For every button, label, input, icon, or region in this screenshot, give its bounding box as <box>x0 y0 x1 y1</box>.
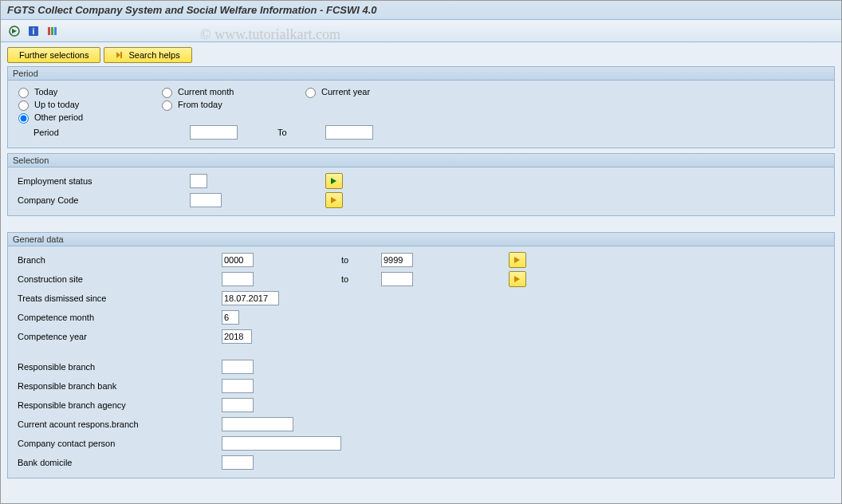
current-account-input[interactable] <box>222 417 293 431</box>
construction-site-label: Construction site <box>14 274 222 284</box>
svg-rect-3 <box>48 27 50 35</box>
execute-icon[interactable] <box>7 24 22 38</box>
construction-site-to-input[interactable] <box>381 272 413 286</box>
period-label: Period <box>14 128 190 137</box>
employment-status-input[interactable] <box>190 174 207 188</box>
company-contact-label: Company contact person <box>14 439 222 448</box>
period-group-title: Period <box>8 67 834 81</box>
radio-current-year-label: Current year <box>321 87 370 96</box>
top-button-row: Further selections Search helps <box>7 47 835 63</box>
radio-today[interactable] <box>18 88 29 98</box>
svg-rect-5 <box>54 27 57 35</box>
general-data-group: General data Branch to Construction site… <box>7 232 835 478</box>
branch-to-input[interactable] <box>381 253 413 267</box>
company-contact-input[interactable] <box>222 436 341 451</box>
treats-dismissed-label: Treats dismissed since <box>14 293 222 303</box>
further-selections-button[interactable]: Further selections <box>7 47 100 63</box>
radio-other-period-label: Other period <box>34 112 83 122</box>
responsible-branch-input[interactable] <box>222 360 254 374</box>
construction-site-to-label: to <box>341 274 348 284</box>
competence-year-label: Competence year <box>14 332 222 341</box>
window-title: FGTS Collect Company System and Social W… <box>1 1 841 20</box>
search-helps-button[interactable]: Search helps <box>104 47 191 63</box>
arrow-right-icon <box>330 196 338 204</box>
period-group: Period Today Up to today Other period Cu… <box>7 66 835 148</box>
branch-to-label: to <box>341 255 348 265</box>
radio-current-year[interactable] <box>305 88 316 98</box>
further-selections-label: Further selections <box>19 50 89 60</box>
app-toolbar: i <box>1 20 841 42</box>
construction-site-multisel-button[interactable] <box>509 271 526 287</box>
search-helps-label: Search helps <box>128 50 179 60</box>
svg-rect-4 <box>51 27 53 35</box>
responsible-branch-agency-label: Responsible branch agency <box>14 400 222 410</box>
current-account-label: Current acount respons.branch <box>14 419 222 429</box>
arrow-right-icon <box>513 256 521 264</box>
info-icon[interactable]: i <box>26 24 41 38</box>
svg-text:i: i <box>33 27 35 36</box>
radio-up-to-today[interactable] <box>18 100 29 111</box>
construction-site-from-input[interactable] <box>222 272 254 286</box>
period-from-input[interactable] <box>190 125 238 140</box>
branch-from-input[interactable] <box>222 253 254 267</box>
responsible-branch-agency-input[interactable] <box>222 398 254 412</box>
content-area: Further selections Search helps Period T… <box>1 42 841 504</box>
competence-month-input[interactable] <box>222 310 239 325</box>
period-to-input[interactable] <box>325 125 373 140</box>
variant-icon[interactable] <box>45 24 60 38</box>
radio-up-to-today-label: Up to today <box>34 100 79 109</box>
bank-domicile-label: Bank domicile <box>14 458 222 467</box>
selection-group: Selection Employment status Company Code <box>7 153 835 216</box>
responsible-branch-label: Responsible branch <box>14 362 222 372</box>
svg-rect-6 <box>120 52 122 58</box>
radio-current-month[interactable] <box>162 88 172 98</box>
competence-year-input[interactable] <box>222 329 252 344</box>
company-code-multisel-button[interactable] <box>325 192 343 208</box>
branch-label: Branch <box>14 255 222 265</box>
company-code-input[interactable] <box>190 193 222 207</box>
responsible-branch-bank-input[interactable] <box>222 379 254 393</box>
company-code-label: Company Code <box>14 195 190 205</box>
radio-from-today[interactable] <box>162 100 172 111</box>
radio-current-month-label: Current month <box>178 87 234 96</box>
general-data-group-title: General data <box>8 233 834 246</box>
radio-today-label: Today <box>34 87 57 96</box>
period-to-label: To <box>277 128 287 137</box>
selection-group-title: Selection <box>8 154 834 167</box>
employment-status-multisel-button[interactable] <box>325 173 343 189</box>
bank-domicile-input[interactable] <box>222 455 254 470</box>
branch-multisel-button[interactable] <box>509 252 526 268</box>
treats-dismissed-input[interactable] <box>222 291 279 305</box>
radio-from-today-label: From today <box>178 100 222 109</box>
arrow-right-icon <box>513 275 521 283</box>
competence-month-label: Competence month <box>14 313 222 322</box>
radio-other-period[interactable] <box>18 113 29 124</box>
employment-status-label: Employment status <box>14 176 190 186</box>
arrow-right-icon <box>116 51 124 59</box>
arrow-right-green-icon <box>330 177 338 185</box>
responsible-branch-bank-label: Responsible branch bank <box>14 381 222 391</box>
